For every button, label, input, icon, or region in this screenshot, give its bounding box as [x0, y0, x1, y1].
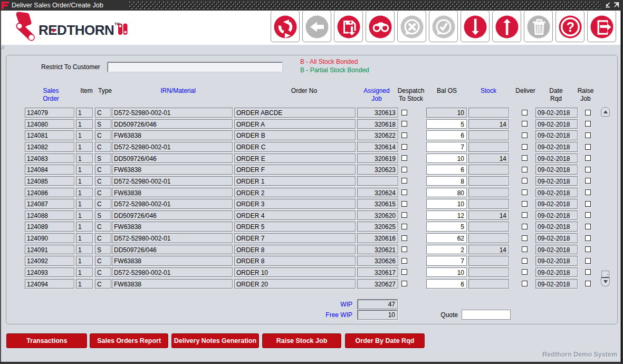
svg-text:?: ? [567, 20, 574, 34]
svg-text:REDTHORN: REDTHORN [39, 22, 114, 38]
